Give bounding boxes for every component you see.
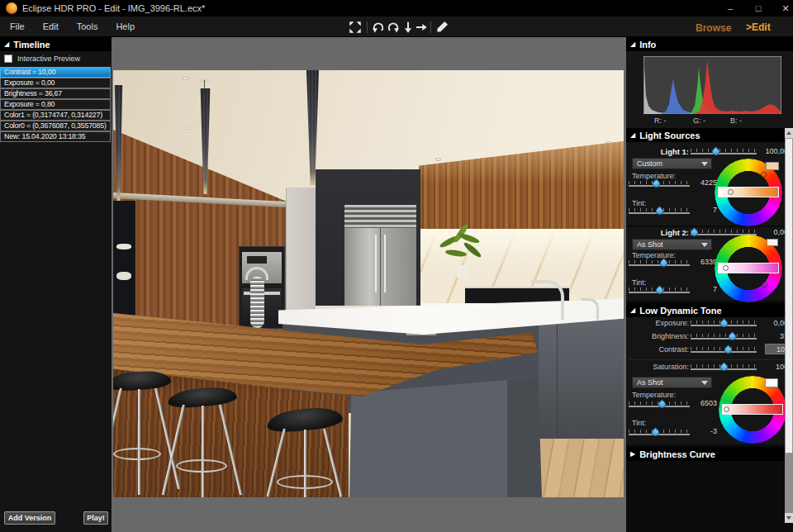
timeline-item[interactable]: New: 15.04.2020 13:18:35 (0, 131, 111, 142)
ldt-temperature-slider[interactable] (629, 401, 690, 409)
ldt-color-swatch[interactable] (765, 378, 778, 387)
photo-cabinet-seam (557, 313, 558, 445)
ldt-color-bar[interactable] (722, 404, 783, 415)
expand-triangle-icon: ◢ (630, 131, 635, 139)
timeline-item[interactable]: Exposure = 0,00 (0, 78, 111, 88)
light2-preset-dropdown[interactable]: As Shot (632, 239, 712, 250)
window-title: Eclipse HDR PRO - Edit - IMG_3996-RL.ecx… (22, 3, 205, 13)
light1-preset-value: Custom (637, 159, 701, 168)
light2-temperature-thumb[interactable] (658, 258, 669, 268)
light2-tint-thumb[interactable] (654, 285, 665, 296)
exposure-label: Exposure: (634, 319, 689, 327)
photo-door (286, 188, 316, 311)
scroll-up-button[interactable] (785, 128, 793, 138)
maximize-button[interactable]: □ (745, 0, 772, 17)
timeline-item[interactable]: Color1 = (0,3174747, 0,314227) (0, 110, 111, 121)
light1-slider[interactable] (691, 148, 757, 156)
flip-vertical-icon[interactable] (401, 21, 415, 34)
ldt-preset-dropdown[interactable]: As Shot (632, 377, 712, 388)
panel-scrollbar[interactable] (785, 128, 793, 523)
light1-color-swatch[interactable] (766, 162, 779, 170)
light1-tint-label: Tint: (632, 199, 646, 207)
exposure-slider[interactable] (691, 320, 757, 328)
menu-file[interactable]: File (10, 21, 25, 31)
ldt-bar-marker[interactable] (724, 406, 729, 412)
minimize-button[interactable]: – (717, 0, 743, 17)
photo-dish (116, 244, 131, 249)
photo-ceiling-light (183, 77, 188, 80)
photo-fridge-grille (344, 205, 416, 228)
light1-wheel-marker[interactable] (761, 172, 767, 178)
saturation-thumb[interactable] (719, 362, 729, 373)
light1-preset-dropdown[interactable]: Custom (632, 158, 712, 169)
add-version-button[interactable]: Add Version (4, 511, 55, 525)
expand-triangle-icon: ◢ (630, 306, 635, 314)
menu-edit[interactable]: Edit (43, 21, 59, 31)
light1-tint-value: 7 (692, 206, 717, 214)
light2-color-bar[interactable] (718, 263, 779, 273)
menu-help[interactable]: Help (116, 21, 135, 31)
light2-temperature-slider[interactable] (629, 259, 690, 268)
brightness-curve-header[interactable]: ▶ Brightness Curve (626, 447, 793, 461)
interactive-preview-checkbox[interactable] (4, 55, 12, 63)
light2-tint-slider[interactable] (629, 287, 690, 295)
rotate-right-icon[interactable] (387, 21, 400, 34)
photo-oven-display (247, 256, 267, 264)
mode-edit-button[interactable]: >Edit (746, 21, 771, 33)
timeline-item[interactable]: Color0 = (0,3676087, 0,3557085) (0, 121, 111, 131)
light1-temperature-slider[interactable] (629, 180, 690, 188)
brightness-thumb[interactable] (727, 331, 738, 342)
light1-tint-slider[interactable] (629, 207, 690, 216)
photo-stool-leg (113, 388, 122, 489)
brightness-slider[interactable] (691, 333, 757, 341)
brush-icon[interactable] (435, 21, 449, 34)
close-button[interactable]: ✕ (772, 0, 793, 17)
timeline-item[interactable]: Brightness = 36,67 (0, 88, 111, 99)
contrast-slider[interactable] (691, 346, 757, 354)
light1-bar-marker[interactable] (728, 189, 734, 195)
menu-tools[interactable]: Tools (77, 21, 98, 31)
play-button[interactable]: Play! (83, 511, 108, 525)
saturation-slider[interactable] (691, 363, 757, 372)
light2-wheel-marker[interactable] (762, 282, 767, 287)
light2-bar-marker[interactable] (723, 265, 729, 271)
light1-temperature-thumb[interactable] (651, 178, 662, 189)
fit-to-screen-icon[interactable] (349, 21, 362, 34)
mode-browse-button[interactable]: Browse (696, 22, 731, 34)
light1-slider-thumb[interactable] (710, 146, 721, 157)
contrast-value-box[interactable]: 10 (765, 344, 786, 354)
ldt-tint-thumb[interactable] (650, 427, 661, 438)
info-header[interactable]: ◢ Info (626, 37, 793, 51)
scroll-down-button[interactable] (785, 513, 793, 523)
photo-canvas[interactable] (113, 70, 624, 497)
brightness-label: Brightness: (634, 332, 689, 340)
ldt-tint-slider[interactable] (629, 429, 690, 437)
low-dynamic-tone-header[interactable]: ◢ Low Dynamic Tone (626, 303, 793, 317)
light2-preset-value: As Shot (637, 240, 701, 249)
timeline-item[interactable]: Exposure = 0,80 (0, 99, 111, 110)
contrast-label: Contrast: (634, 345, 689, 354)
flip-horizontal-icon[interactable] (415, 21, 428, 34)
photo-bar-stool (267, 409, 343, 497)
timeline-item[interactable]: Contrast = 10,00 (0, 67, 111, 78)
application-window: Eclipse HDR PRO - Edit - IMG_3996-RL.ecx… (0, 0, 793, 532)
light1-tint-thumb[interactable] (654, 206, 665, 216)
contrast-thumb[interactable] (723, 344, 734, 355)
photo-bar-stool (168, 388, 237, 497)
light-sources-header[interactable]: ◢ Light Sources (626, 128, 793, 142)
scrollbar-thumb[interactable] (785, 138, 793, 454)
histogram-chart (643, 56, 781, 114)
title-bar: Eclipse HDR PRO - Edit - IMG_3996-RL.ecx… (0, 0, 793, 17)
light2-tint-value: 7 (692, 285, 717, 293)
brightness-value: 37 (750, 332, 788, 340)
light1-temperature-value: 4225 (692, 178, 717, 187)
light1-color-bar[interactable] (718, 187, 779, 197)
light2-slider-thumb[interactable] (689, 227, 700, 238)
ldt-temperature-thumb[interactable] (657, 399, 667, 410)
light2-color-swatch[interactable] (767, 239, 778, 246)
timeline-header[interactable]: ◢ Timeline (0, 37, 112, 51)
exposure-thumb[interactable] (719, 318, 729, 329)
scroll-up-icon (786, 131, 791, 135)
rotate-left-icon[interactable] (372, 21, 385, 34)
photo-stool-leg (138, 389, 140, 495)
